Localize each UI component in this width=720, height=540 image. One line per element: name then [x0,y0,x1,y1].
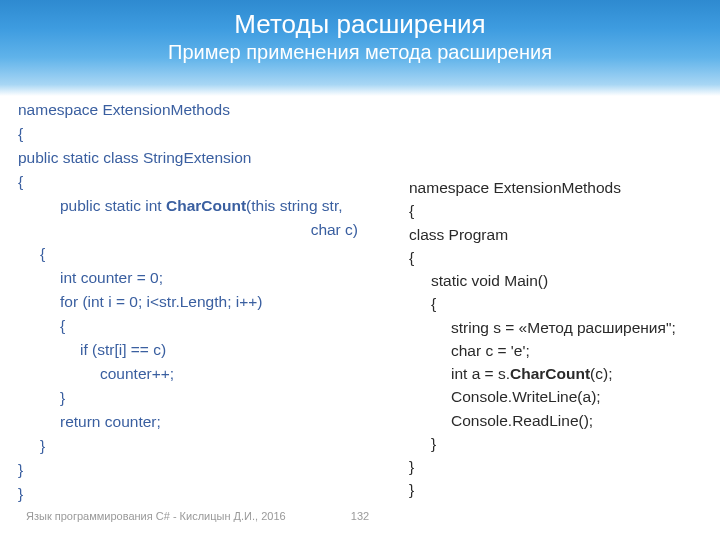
code-block-program: namespace ExtensionMethods { class Progr… [409,176,694,502]
code-line: namespace ExtensionMethods [18,101,230,118]
code-line: namespace ExtensionMethods [409,179,621,196]
code-line: for (int i = 0; i<str.Length; i++) [18,290,388,314]
code-line: class Program [409,226,508,243]
slide-footer: Язык программирования C# - Кислицын Д.И.… [26,510,694,522]
code-line: counter++; [18,362,388,386]
code-line: char c) [18,218,388,242]
code-line: } [18,386,388,410]
code-line: string s = «Метод расширения"; [409,316,694,339]
code-line: } [18,485,23,502]
code-method-name: CharCount [166,197,246,214]
code-line: int a = s. [451,365,510,382]
slide-title: Методы расширения [0,10,720,39]
code-line: } [18,461,23,478]
code-line: { [409,249,414,266]
code-line: } [18,434,388,458]
code-line: return counter; [18,410,388,434]
code-line: } [409,481,414,498]
code-line: { [18,173,23,190]
code-line: char c = 'е'; [409,339,694,362]
slide-body: namespace ExtensionMethods { public stat… [0,98,720,540]
code-block-extension: namespace ExtensionMethods { public stat… [18,98,388,506]
code-line: Console.WriteLine(a); [409,385,694,408]
code-line: { [18,314,388,338]
code-line: public static int [60,197,166,214]
slide-header: Методы расширения Пример применения мето… [0,0,720,96]
code-line: { [18,125,23,142]
code-line: public static class StringExtension [18,149,251,166]
slide-subtitle: Пример применения метода расширения [0,41,720,64]
code-line: Console.ReadLine(); [409,409,694,432]
code-line: } [409,432,694,455]
slide: Методы расширения Пример применения мето… [0,0,720,540]
code-line: int counter = 0; [18,266,388,290]
code-line: { [409,202,414,219]
code-line: } [409,458,414,475]
code-line: { [409,292,694,315]
code-line: static void Main() [409,269,694,292]
code-line: { [18,242,388,266]
footer-text: Язык программирования C# - Кислицын Д.И.… [26,510,286,522]
page-number: 132 [351,510,369,522]
code-method-name: CharCount [510,365,590,382]
code-line: if (str[i] == c) [18,338,388,362]
code-line: (this string str, [246,197,342,214]
code-line: (c); [590,365,612,382]
